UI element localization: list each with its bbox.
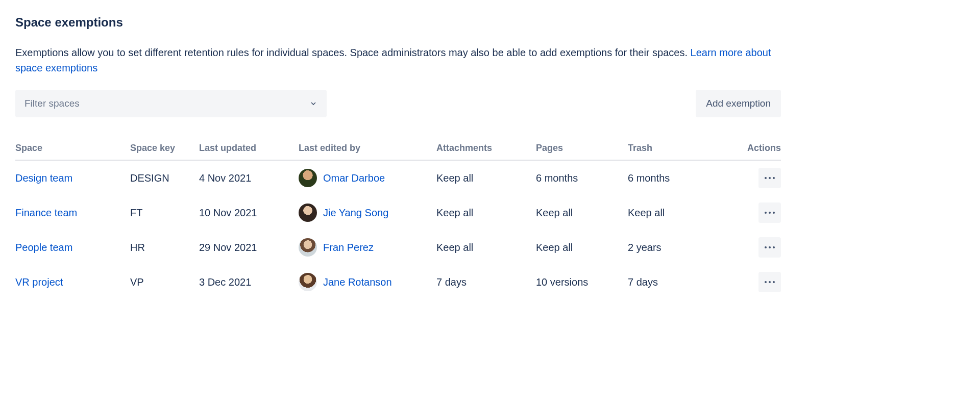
avatar — [299, 169, 317, 187]
more-actions-button[interactable] — [758, 202, 781, 223]
more-actions-button[interactable] — [758, 272, 781, 292]
space-key: FT — [130, 195, 199, 230]
header-space: Space — [15, 138, 130, 160]
table-row: People teamHR29 Nov 2021Fran PerezKeep a… — [15, 230, 781, 265]
more-icon — [765, 212, 767, 214]
more-icon — [765, 281, 767, 283]
header-updated: Last updated — [199, 138, 299, 160]
more-icon — [769, 177, 771, 179]
editor-link[interactable]: Jane Rotanson — [323, 276, 392, 288]
last-updated: 29 Nov 2021 — [199, 230, 299, 265]
editor-link[interactable]: Fran Perez — [323, 242, 374, 253]
pages-value: 10 versions — [536, 265, 628, 299]
last-updated: 10 Nov 2021 — [199, 195, 299, 230]
attachments-value: Keep all — [436, 160, 536, 195]
avatar — [299, 238, 317, 257]
attachments-value: 7 days — [436, 265, 536, 299]
description-text: Exemptions allow you to set different re… — [15, 47, 691, 58]
space-key: HR — [130, 230, 199, 265]
pages-value: Keep all — [536, 195, 628, 230]
editor-link[interactable]: Jie Yang Song — [323, 207, 388, 219]
filter-spaces-dropdown[interactable]: Filter spaces — [15, 90, 327, 117]
header-editor: Last edited by — [299, 138, 436, 160]
header-attachments: Attachments — [436, 138, 536, 160]
space-link[interactable]: VR project — [15, 276, 63, 288]
trash-value: 6 months — [628, 160, 727, 195]
trash-value: 2 years — [628, 230, 727, 265]
more-icon — [765, 246, 767, 248]
exemptions-table: Space Space key Last updated Last edited… — [15, 138, 781, 299]
chevron-down-icon — [309, 99, 317, 108]
more-icon — [769, 212, 771, 214]
more-actions-button[interactable] — [758, 237, 781, 258]
avatar — [299, 204, 317, 222]
more-icon — [765, 177, 767, 179]
header-key: Space key — [130, 138, 199, 160]
space-link[interactable]: Finance team — [15, 207, 77, 218]
space-link[interactable]: People team — [15, 242, 72, 253]
attachments-value: Keep all — [436, 195, 536, 230]
more-icon — [773, 177, 775, 179]
more-icon — [773, 212, 775, 214]
filter-placeholder: Filter spaces — [24, 98, 80, 109]
trash-value: Keep all — [628, 195, 727, 230]
page-title: Space exemptions — [15, 15, 781, 30]
table-row: Finance teamFT10 Nov 2021Jie Yang SongKe… — [15, 195, 781, 230]
more-icon — [773, 246, 775, 248]
space-key: DESIGN — [130, 160, 199, 195]
last-updated: 3 Dec 2021 — [199, 265, 299, 299]
last-updated: 4 Nov 2021 — [199, 160, 299, 195]
space-key: VP — [130, 265, 199, 299]
more-icon — [773, 281, 775, 283]
header-actions: Actions — [727, 138, 781, 160]
trash-value: 7 days — [628, 265, 727, 299]
add-exemption-button[interactable]: Add exemption — [696, 90, 781, 117]
attachments-value: Keep all — [436, 230, 536, 265]
page-description: Exemptions allow you to set different re… — [15, 45, 781, 75]
space-link[interactable]: Design team — [15, 172, 72, 184]
pages-value: Keep all — [536, 230, 628, 265]
editor-link[interactable]: Omar Darboe — [323, 172, 385, 184]
header-trash: Trash — [628, 138, 727, 160]
table-row: Design teamDESIGN4 Nov 2021Omar DarboeKe… — [15, 160, 781, 195]
more-actions-button[interactable] — [758, 168, 781, 188]
more-icon — [769, 281, 771, 283]
avatar — [299, 273, 317, 291]
header-pages: Pages — [536, 138, 628, 160]
pages-value: 6 months — [536, 160, 628, 195]
more-icon — [769, 246, 771, 248]
table-row: VR projectVP3 Dec 2021Jane Rotanson7 day… — [15, 265, 781, 299]
